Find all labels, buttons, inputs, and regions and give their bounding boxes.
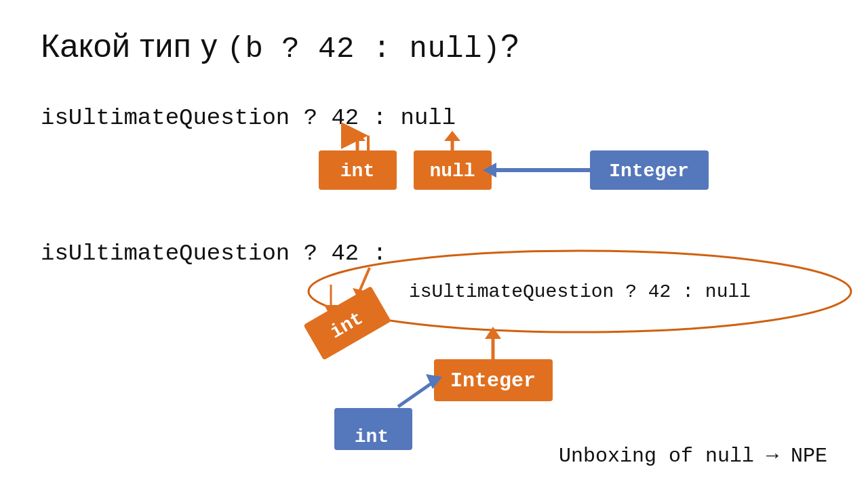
svg-text:int: int xyxy=(327,308,367,343)
arrow-42-to-rotated xyxy=(359,268,370,291)
code-line-1: isUltimateQuestion ? 42 : null xyxy=(41,105,456,131)
arrow-int-blue-head xyxy=(426,374,442,389)
arrow-null-head xyxy=(444,131,460,141)
int-box-rotated: int xyxy=(303,286,391,360)
integer-box-top xyxy=(590,150,709,190)
title-code: (b ? 42 : null) xyxy=(227,32,501,66)
integer-box-bottom xyxy=(434,359,553,401)
int-label-top: int xyxy=(340,161,374,182)
arrow-int-blue-to-integer xyxy=(398,382,434,407)
svg-rect-6 xyxy=(334,408,412,450)
ellipse-highlight xyxy=(309,251,851,332)
integer-label-bottom: Integer xyxy=(450,369,536,392)
arrow-42-rotated-head xyxy=(353,288,368,302)
title-suffix: ? xyxy=(500,28,519,64)
slide-title: Какой тип у (b ? 42 : null)? xyxy=(41,27,827,66)
arrow-ellipse-int-head xyxy=(324,305,338,317)
ellipse-text: isUltimateQuestion ? 42 : null xyxy=(409,281,751,302)
title-prefix: Какой тип у xyxy=(41,28,227,64)
arrow-42-head xyxy=(349,131,366,141)
slide: Какой тип у (b ? 42 : null)? isUltimateQ… xyxy=(0,0,868,488)
svg-rect-4 xyxy=(303,286,391,360)
arrow-integer-null-head xyxy=(483,163,496,178)
int-box-top xyxy=(319,150,397,190)
unboxing-label: Unboxing of null → NPE xyxy=(559,445,827,468)
int-box-blue: int xyxy=(334,408,412,450)
arrow-integer-up-head xyxy=(485,327,501,339)
code-line-2: isUltimateQuestion ? 42 : xyxy=(41,241,387,266)
null-box-top xyxy=(414,150,492,190)
svg-text:int: int xyxy=(355,426,389,447)
null-label-top: null xyxy=(429,161,475,182)
integer-label-top: Integer xyxy=(609,161,689,182)
